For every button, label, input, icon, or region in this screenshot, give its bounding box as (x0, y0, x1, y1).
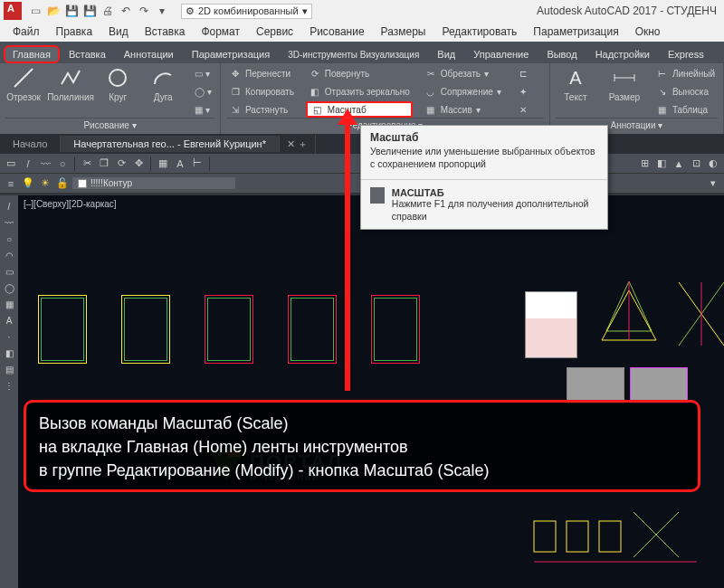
tool-ellipse[interactable]: ◯ (2, 280, 16, 295)
tab-parametric[interactable]: Параметризация (183, 45, 279, 63)
left-toolbar: / 〰 ○ ◠ ▭ ◯ ▦ A · ◧ ▤ ⋮ (0, 195, 18, 588)
tool-circle[interactable]: ○ (2, 232, 16, 246)
move-button[interactable]: ✥Перенести (226, 65, 297, 81)
save-icon[interactable]: 💾 (63, 3, 80, 19)
menu-view[interactable]: Вид (101, 24, 136, 40)
rect-icon[interactable]: ▭ ▾ (192, 65, 214, 81)
panel-draw-title[interactable]: Рисование ▾ (5, 118, 214, 132)
redo-icon[interactable]: ↷ (136, 3, 152, 19)
text-button[interactable]: AТекст (556, 65, 595, 102)
layer-selector[interactable]: !!!!!Контур (72, 177, 235, 189)
scale-icon: ◱ (311, 103, 324, 116)
plot-icon[interactable]: 🖨 (100, 3, 116, 19)
tool-region[interactable]: ◧ (2, 346, 16, 360)
tool-hatch[interactable]: ▦ (2, 297, 16, 311)
menu-window[interactable]: Окно (628, 24, 668, 40)
menu-edit[interactable]: Правка (49, 24, 100, 40)
drawing-area[interactable]: [–][Сверху][2D-каркас] ПОРТАЛо черчении (18, 195, 724, 588)
tb-icon[interactable]: ▭ (4, 156, 18, 171)
ribbon-tabs: Главная Вставка Аннотации Параметризация… (0, 42, 724, 63)
qat-more-icon[interactable]: ▾ (154, 3, 170, 19)
menu-format[interactable]: Формат (194, 24, 247, 40)
menu-modify[interactable]: Редактировать (434, 24, 524, 40)
linear-button[interactable]: ⊢Линейный (653, 65, 718, 81)
leader-icon: ↘ (656, 85, 669, 98)
tool-point[interactable]: · (2, 329, 16, 344)
erase-icon[interactable]: ✕ (517, 101, 529, 118)
mirror-button[interactable]: ◧Отразить зеркально (306, 83, 413, 100)
tab-insert[interactable]: Вставка (60, 45, 115, 63)
line-icon (11, 65, 36, 90)
menu-insert[interactable]: Вставка (138, 24, 193, 40)
menu-parametric[interactable]: Параметризация (526, 24, 625, 40)
workspace-label: 2D комбинированный (198, 5, 299, 16)
tab-drawing[interactable]: Начертательная гео... - Евгений Курицин* (61, 136, 280, 152)
open-icon[interactable]: 📂 (45, 3, 62, 19)
new-icon[interactable]: ▭ (27, 3, 43, 19)
arc-button[interactable]: Дуга (145, 65, 181, 102)
tool-more[interactable]: ⋮ (2, 378, 16, 393)
rect-5-in (374, 298, 417, 361)
explode-icon[interactable]: ✦ (517, 83, 529, 100)
line-button[interactable]: Отрезок (5, 65, 42, 102)
table-button[interactable]: ▦Таблица (653, 101, 718, 118)
tab-output[interactable]: Вывод (538, 45, 586, 63)
svg-rect-13 (599, 521, 621, 552)
annotation-box: Вызов команды Масштаб (Scale) на вкладке… (24, 400, 700, 492)
tool-rect[interactable]: ▭ (2, 264, 16, 279)
tool-table[interactable]: ▤ (2, 362, 16, 376)
app-title: Autodesk AutoCAD 2017 - СТУДЕНЧ (537, 5, 720, 17)
stretch-icon: ⇲ (229, 103, 242, 116)
tool-line[interactable]: / (2, 199, 16, 213)
menu-draw[interactable]: Рисование (302, 24, 371, 40)
tool-pline[interactable]: 〰 (2, 215, 16, 230)
offset-icon[interactable]: ⊏ (517, 65, 529, 81)
copy-button[interactable]: ❐Копировать (226, 83, 297, 100)
menu-dimension[interactable]: Размеры (374, 24, 433, 40)
polyline-button[interactable]: Полилиния (51, 65, 90, 102)
bulb-icon[interactable]: 💡 (21, 176, 35, 191)
tab-start[interactable]: Начало (0, 136, 61, 152)
tab-add[interactable]: ✕ ＋ (280, 135, 316, 154)
tab-express[interactable]: Express (659, 45, 713, 63)
rotate-button[interactable]: ⟳Повернуть (306, 65, 413, 81)
menu-file[interactable]: Файл (5, 24, 47, 40)
geom-1 (597, 277, 661, 347)
tooltip-cmd: МАСШТАБ (392, 187, 598, 198)
dimension-icon (612, 65, 637, 90)
tab-view[interactable]: Вид (428, 45, 464, 63)
menu-tools[interactable]: Сервис (249, 24, 300, 40)
viewport-label[interactable]: [–][Сверху][2D-каркас] (24, 199, 117, 209)
panel-modify: ✥Перенести ❐Копировать ⇲Растянуть ⟳Повер… (221, 63, 550, 134)
tab-home[interactable]: Главная (4, 45, 60, 63)
tab-addins[interactable]: Надстройки (586, 45, 659, 63)
undo-icon[interactable]: ↶ (118, 3, 134, 19)
sun-icon[interactable]: ☀ (38, 176, 52, 191)
ellipse-icon[interactable]: ◯ ▾ (192, 83, 214, 100)
table-icon: ▦ (656, 103, 669, 116)
tab-annotate[interactable]: Аннотации (115, 45, 183, 63)
dimension-button[interactable]: Размер (605, 65, 644, 102)
tab-manage[interactable]: Управление (464, 45, 538, 63)
tool-text[interactable]: A (2, 313, 16, 327)
circle-button[interactable]: Круг (100, 65, 136, 102)
raster-thumb-1 (525, 291, 577, 358)
trim-button[interactable]: ✂Обрезать ▾ (422, 65, 504, 81)
stretch-button[interactable]: ⇲Растянуть (226, 101, 297, 118)
hatch-icon[interactable]: ▦ ▾ (192, 101, 214, 118)
tab-3dtools[interactable]: 3D-инструменты Визуализация (279, 46, 428, 63)
tool-arc[interactable]: ◠ (2, 248, 16, 262)
saveas-icon[interactable]: 💾 (81, 3, 98, 19)
raster-thumb-3 (630, 367, 688, 403)
annot-line2: на вкладке Главная (Home) ленты инструме… (39, 435, 685, 459)
svg-rect-11 (534, 521, 556, 552)
panel-draw: Отрезок Полилиния Круг Дуга ▭ ▾ ◯ ▾ ▦ ▾ … (0, 63, 221, 134)
array-button[interactable]: ▦Массив ▾ (422, 101, 504, 118)
layer-icon[interactable]: ≡ (4, 176, 18, 191)
leader-button[interactable]: ↘Выноска (653, 83, 718, 100)
autocad-logo (4, 2, 22, 20)
workspace-switcher[interactable]: ⚙ 2D комбинированный ▾ (181, 4, 312, 19)
scale-button[interactable]: ◱Масштаб (306, 101, 413, 118)
lock-icon[interactable]: 🔓 (55, 176, 70, 191)
fillet-button[interactable]: ◡Сопряжение ▾ (422, 83, 504, 100)
